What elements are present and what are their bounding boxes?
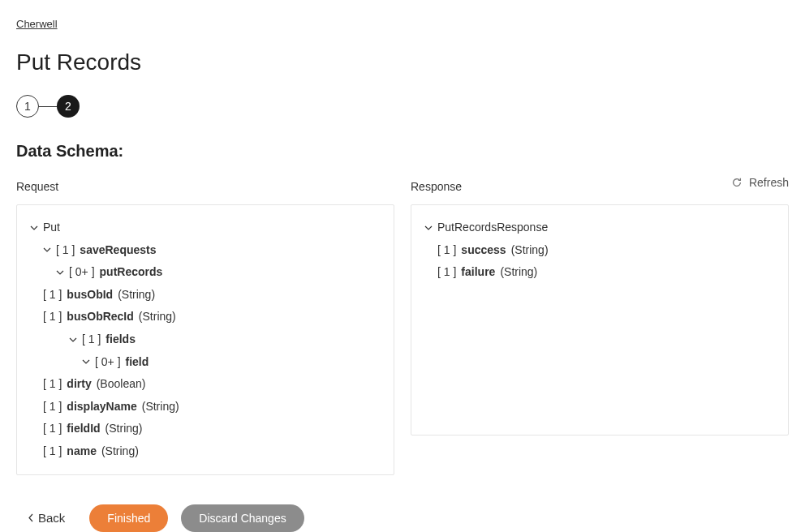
node-cardinality: [ 1 ]: [43, 399, 62, 415]
request-header: Request: [16, 180, 394, 193]
node-label: success: [461, 242, 506, 259]
chevron-down-icon: [43, 246, 51, 254]
tree-node-putrecords[interactable]: [ 0+ ] putRecords: [30, 261, 381, 284]
response-column: Response PutRecordsResponse [ 1 ] succes…: [411, 180, 789, 475]
request-column: Request Put [ 1 ] saveRequests [ 0+ ] pu…: [16, 180, 394, 475]
tree-node-fields[interactable]: [ 1 ] fields: [30, 328, 381, 351]
breadcrumb-cherwell[interactable]: Cherwell: [16, 18, 58, 30]
chevron-down-icon: [30, 224, 38, 232]
node-cardinality: [ 0+ ]: [69, 264, 95, 281]
node-type: (String): [101, 444, 139, 460]
chevron-down-icon: [69, 336, 77, 344]
response-schema-box: PutRecordsResponse [ 1 ] success (String…: [411, 204, 789, 435]
chevron-down-icon: [56, 268, 64, 277]
node-label: failure: [461, 264, 495, 281]
node-label: fieldId: [67, 421, 100, 437]
chevron-down-icon: [82, 358, 90, 366]
node-cardinality: [ 1 ]: [437, 242, 456, 259]
stepper: 1 2: [16, 95, 789, 118]
tree-node-field[interactable]: [ 0+ ] field: [30, 351, 381, 374]
chevron-left-icon: [28, 511, 33, 525]
node-type: (String): [142, 399, 179, 415]
node-type: (String): [105, 421, 143, 437]
node-label: name: [67, 444, 97, 460]
refresh-label: Refresh: [749, 176, 789, 189]
tree-leaf-busobid: [ 1 ] busObId (String): [30, 284, 381, 307]
tree-leaf-name: [ 1 ] name (String): [30, 440, 381, 463]
node-cardinality: [ 1 ]: [43, 444, 62, 460]
step-connector: [39, 106, 57, 107]
footer-actions: Back Finished Discard Changes: [16, 504, 789, 532]
data-schema-title: Data Schema:: [16, 142, 789, 161]
node-label: Put: [43, 220, 60, 236]
tree-leaf-success: [ 1 ] success (String): [424, 239, 775, 262]
node-type: (String): [511, 242, 549, 259]
node-label: saveRequests: [80, 242, 156, 259]
tree-leaf-dirty: [ 1 ] dirty (Boolean): [30, 373, 381, 396]
request-schema-box: Put [ 1 ] saveRequests [ 0+ ] putRecords…: [16, 204, 394, 475]
node-label: putRecords: [100, 264, 163, 281]
finished-button[interactable]: Finished: [89, 504, 168, 532]
tree-node-put[interactable]: Put: [30, 217, 381, 239]
page-title: Put Records: [16, 49, 789, 75]
node-cardinality: [ 0+ ]: [95, 354, 121, 371]
node-label: dirty: [67, 376, 91, 393]
chevron-down-icon: [424, 224, 433, 232]
node-label: PutRecordsResponse: [437, 220, 548, 236]
tree-node-putrecordsresponse[interactable]: PutRecordsResponse: [424, 217, 775, 239]
node-label: fields: [105, 332, 136, 348]
node-cardinality: [ 1 ]: [43, 376, 62, 393]
node-cardinality: [ 1 ]: [437, 264, 456, 281]
back-button[interactable]: Back: [16, 504, 76, 531]
refresh-button[interactable]: Refresh: [731, 176, 789, 189]
node-cardinality: [ 1 ]: [56, 242, 75, 259]
node-label: busObRecId: [67, 309, 133, 325]
node-cardinality: [ 1 ]: [82, 332, 101, 348]
back-label: Back: [38, 511, 65, 525]
tree-leaf-fieldid: [ 1 ] fieldId (String): [30, 418, 381, 440]
node-type: (String): [118, 287, 155, 303]
refresh-icon: [731, 177, 743, 188]
node-label: displayName: [67, 399, 136, 415]
node-type: (String): [500, 264, 537, 281]
tree-leaf-busobrecid: [ 1 ] busObRecId (String): [30, 306, 381, 328]
node-cardinality: [ 1 ]: [43, 287, 62, 303]
node-type: (Boolean): [97, 376, 146, 393]
tree-leaf-displayname: [ 1 ] displayName (String): [30, 396, 381, 418]
node-cardinality: [ 1 ]: [43, 309, 62, 325]
schema-container: Refresh Request Put [ 1 ] saveRequests […: [16, 180, 789, 475]
tree-leaf-failure: [ 1 ] failure (String): [424, 261, 775, 284]
tree-node-saverequests[interactable]: [ 1 ] saveRequests: [30, 239, 381, 262]
step-2[interactable]: 2: [57, 95, 80, 118]
step-1[interactable]: 1: [16, 95, 39, 118]
node-label: busObId: [67, 287, 113, 303]
node-type: (String): [139, 309, 176, 325]
discard-changes-button[interactable]: Discard Changes: [181, 504, 303, 532]
node-cardinality: [ 1 ]: [43, 421, 62, 437]
node-label: field: [126, 354, 149, 371]
